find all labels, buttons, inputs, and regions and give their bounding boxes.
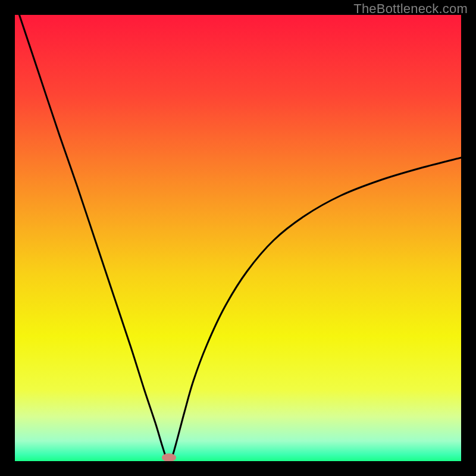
chart-plot-area	[15, 15, 461, 461]
chart-svg	[15, 15, 461, 461]
gradient-background	[15, 15, 461, 461]
watermark-text: TheBottleneck.com	[353, 1, 468, 17]
optimal-point-marker	[162, 453, 176, 461]
